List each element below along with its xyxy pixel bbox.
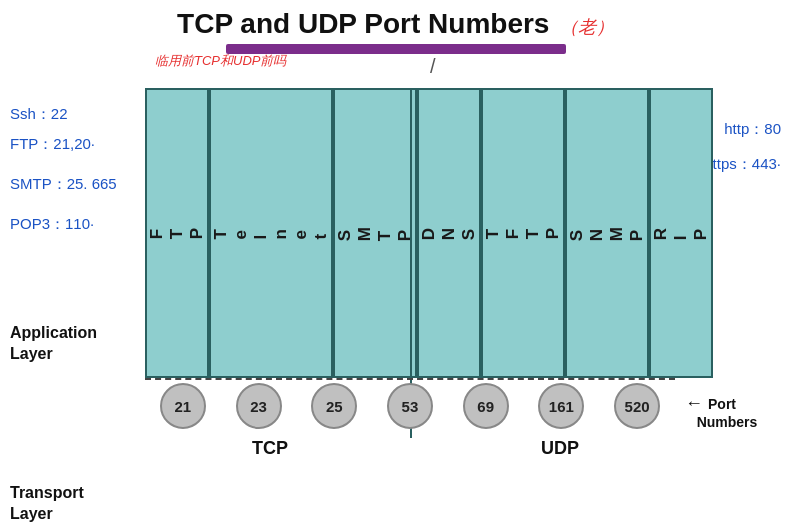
protocol-col-rip: RIP [649,88,713,378]
note-ftp: FTP：21,20· [10,135,95,154]
protocol-col-smtp: SMTP [333,88,417,378]
red-annotation: 临用前TCP和UDP前吗 [155,52,286,70]
port-circle-21: 21 [160,383,206,429]
protocol-col-ftp: FTP [145,88,209,378]
transport-layer-label: TransportLayer [10,483,84,525]
port-circle-520: 520 [614,383,660,429]
port-circle-23: 23 [236,383,282,429]
note-ssh: Ssh：22 [10,105,68,124]
port-circle-25: 25 [311,383,357,429]
port-circle-69: 69 [463,383,509,429]
udp-label: UDP [445,438,675,459]
port-circle-161: 161 [538,383,584,429]
page-title: TCP and UDP Port Numbers [177,8,549,39]
port-row: 21 23 25 53 69 161 520 [145,383,675,429]
note-pop3: POP3：110· [10,215,94,234]
title-annotation: （老） [560,17,614,37]
diagram: FTP Telnet SMTP DNS TFTP SNMP RIP 21 23 … [145,88,675,468]
dashed-divider [145,378,675,380]
port-numbers-label: ← Port Numbers [685,393,757,430]
note-https: https：443· [704,155,781,174]
arrow-left-icon: ← [685,393,708,413]
app-layer-label: ApplicationLayer [10,323,97,365]
note-http: http：80 [724,120,781,139]
port-circle-53: 53 [387,383,433,429]
tcp-label: TCP [145,438,395,459]
protocol-col-dns: DNS [417,88,481,378]
columns-area: FTP Telnet SMTP DNS TFTP SNMP RIP [145,88,675,378]
protocol-col-snmp: SNMP [565,88,649,378]
protocol-col-telnet: Telnet [209,88,333,378]
note-smtp: SMTP：25. 665 [10,175,117,194]
slash-indicator: / [430,55,436,78]
label-row: TCP UDP [145,438,675,459]
protocol-col-tftp: TFTP [481,88,565,378]
